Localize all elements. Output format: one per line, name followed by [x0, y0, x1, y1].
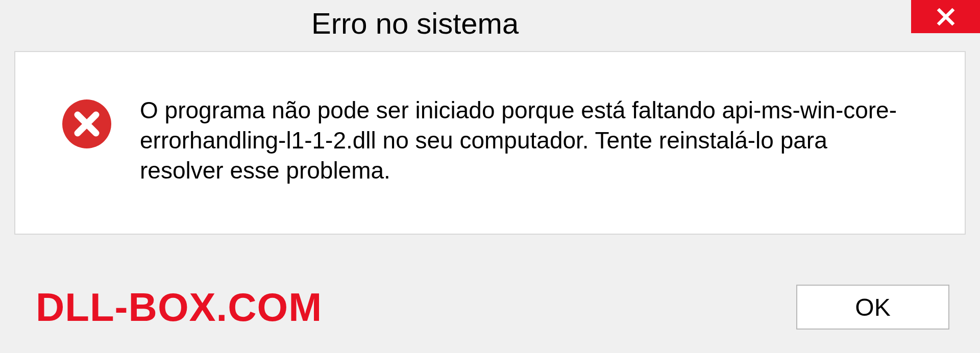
error-icon — [61, 98, 112, 149]
close-button[interactable] — [911, 0, 980, 33]
content-area: O programa não pode ser iniciado porque … — [14, 51, 966, 235]
error-dialog: Erro no sistema O programa não pode ser … — [0, 0, 980, 353]
watermark-text: DLL-BOX.COM — [36, 284, 322, 331]
titlebar: Erro no sistema — [0, 0, 980, 46]
error-message: O programa não pode ser iniciado porque … — [140, 95, 905, 186]
close-icon — [936, 7, 955, 27]
dialog-title: Erro no sistema — [311, 6, 519, 40]
ok-button[interactable]: OK — [796, 285, 949, 330]
footer: DLL-BOX.COM OK — [0, 282, 980, 333]
